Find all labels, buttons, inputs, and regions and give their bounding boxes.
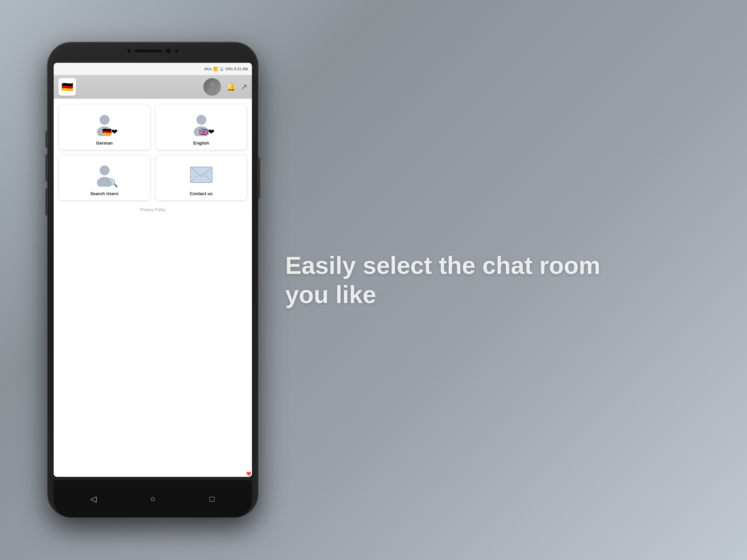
phone-body: 0K/s 📶 📡 59% 6:31 AM 🇩🇪 ❤️ (48, 42, 258, 518)
contact-us-label: Contact us (190, 191, 213, 196)
german-flag-heart: 🇩🇪❤ (102, 128, 117, 136)
recent-apps-button[interactable]: □ (205, 492, 219, 506)
svg-point-4 (197, 115, 206, 125)
privacy-policy-text: Privacy Policy (140, 207, 166, 212)
status-bar: 0K/s 📶 📡 59% 6:31 AM (54, 63, 252, 75)
back-nav-button[interactable]: ◁ (87, 492, 100, 506)
contact-us-icon-wrapper (188, 161, 215, 188)
power-button (258, 158, 260, 199)
search-users-label: Search Users (90, 191, 119, 196)
phone-camera (166, 49, 171, 53)
svg-rect-8 (190, 167, 212, 183)
flag-button[interactable]: 🇩🇪 ❤️ (58, 78, 76, 96)
volume-down-button (45, 154, 47, 182)
envelope-icon (190, 166, 213, 184)
navigation-bar: ◁ ○ □ (54, 480, 252, 518)
svg-point-6 (100, 166, 109, 175)
svg-point-0 (209, 82, 215, 88)
status-left-text: 0K/s (204, 67, 212, 71)
wifi-icon: 📡 (219, 67, 224, 71)
promo-headline: Easily select the chat room you like (285, 251, 727, 310)
search-users-icon-wrapper: 🔍 (91, 161, 118, 188)
phone-screen: 0K/s 📶 📡 59% 6:31 AM 🇩🇪 ❤️ (54, 63, 252, 477)
phone-speaker (135, 50, 162, 52)
promo-line2: you like (285, 281, 376, 308)
time-text: 6:31 AM (234, 67, 248, 71)
english-room-card[interactable]: 🇬🇧❤ English (155, 104, 247, 150)
uk-flag-heart: 🇬🇧❤ (199, 128, 214, 136)
notification-bell-button[interactable]: 🔔 (226, 82, 236, 91)
battery-text: 59% (225, 67, 233, 71)
header-icons: 🔔 ↗ (203, 78, 247, 96)
english-label: English (193, 141, 209, 146)
phone-top-notch (127, 49, 178, 53)
search-users-card[interactable]: 🔍 Search Users (58, 155, 150, 201)
german-label: German (96, 141, 113, 146)
silent-button (45, 188, 47, 216)
volume-up-button (45, 131, 47, 148)
svg-point-2 (100, 115, 109, 125)
menu-grid: 🇩🇪❤ German 🇬🇧❤ Englis (58, 104, 247, 201)
privacy-policy-link[interactable]: Privacy Policy (58, 207, 247, 212)
phone-dot-right (175, 49, 178, 53)
flag-emoji: 🇩🇪 (61, 81, 73, 93)
german-icon-wrapper: 🇩🇪❤ (91, 111, 118, 138)
phone-dot-left (127, 49, 131, 53)
app-content: 🇩🇪❤ German 🇬🇧❤ Englis (54, 99, 252, 477)
home-nav-button[interactable]: ○ (146, 492, 160, 506)
user-avatar[interactable] (203, 78, 221, 96)
promo-section: Easily select the chat room you like (258, 251, 747, 310)
promo-line1: Easily select the chat room (285, 252, 600, 279)
svg-point-1 (207, 88, 217, 94)
phone-mockup: 0K/s 📶 📡 59% 6:31 AM 🇩🇪 ❤️ (48, 42, 258, 518)
german-room-card[interactable]: 🇩🇪❤ German (58, 104, 150, 150)
english-icon-wrapper: 🇬🇧❤ (188, 111, 215, 138)
heart-overlay: ❤️ (246, 471, 251, 476)
share-button[interactable]: ↗ (241, 82, 247, 91)
magnifier-icon: 🔍 (108, 178, 118, 188)
avatar-image (205, 80, 219, 94)
contact-us-card[interactable]: Contact us (155, 155, 247, 201)
signal-icon: 📶 (213, 67, 218, 71)
app-header: 🇩🇪 ❤️ 🔔 (54, 75, 252, 99)
